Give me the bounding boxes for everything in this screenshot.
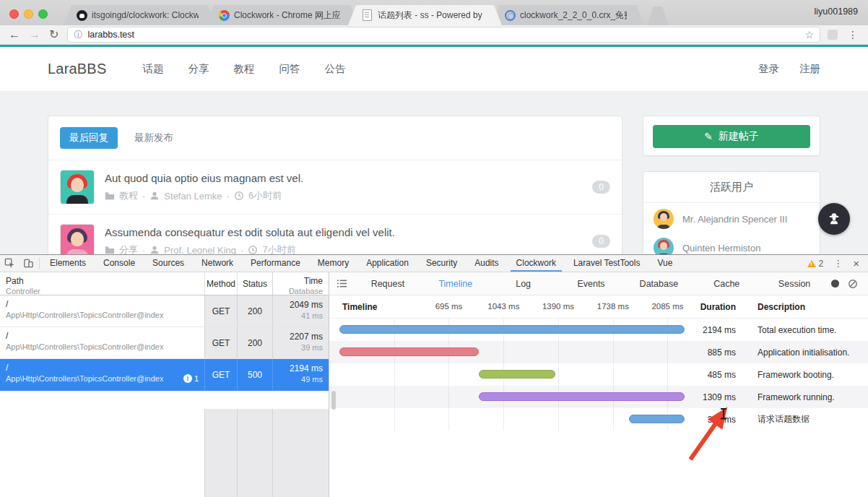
timeline-duration: 885 ms bbox=[695, 347, 736, 358]
new-post-button[interactable]: ✎ 新建帖子 bbox=[653, 125, 810, 148]
spy-fab-button[interactable] bbox=[818, 203, 850, 235]
site-logo[interactable]: LaraBBS bbox=[48, 61, 106, 77]
user-avatar[interactable] bbox=[654, 209, 674, 229]
devtools-tab[interactable]: Console bbox=[97, 255, 141, 272]
clockwork-subtab[interactable]: Cache bbox=[693, 279, 760, 289]
browser-tab[interactable]: Clockwork - Chrome 网上应用店 bbox=[206, 5, 358, 25]
back-button[interactable]: ← bbox=[9, 29, 20, 40]
timeline-row[interactable]: 485 ms Framework booting. bbox=[329, 363, 868, 386]
sidebar-toggle-icon[interactable] bbox=[329, 279, 354, 288]
devtools-tab[interactable]: Network bbox=[196, 255, 239, 272]
nav-link[interactable]: 话题 bbox=[142, 62, 163, 76]
request-time-cell: 2049 ms 41 ms bbox=[272, 295, 329, 327]
reload-button[interactable]: ↻ bbox=[49, 29, 58, 40]
devtools-tab[interactable]: Elements bbox=[44, 255, 92, 272]
address-bar[interactable]: ⓘ larabbs.test ☆ bbox=[67, 27, 820, 43]
devtools-tab[interactable]: Clockwork bbox=[511, 255, 562, 272]
topic-title[interactable]: Assumenda consequatur est odit soluta au… bbox=[105, 226, 583, 238]
topic-row[interactable]: Aut quod quia optio eius magnam est vel.… bbox=[48, 160, 622, 215]
browser-profile-name[interactable]: liyu001989 bbox=[815, 7, 858, 17]
new-tab-button[interactable] bbox=[647, 7, 669, 25]
topic-list-tabs: 最后回复 最新发布 bbox=[48, 116, 622, 160]
user-name[interactable]: Mr. Alejandrin Spencer III bbox=[682, 214, 787, 225]
request-db-time: 41 ms bbox=[279, 311, 323, 321]
clockwork-subtab[interactable]: Session bbox=[760, 279, 828, 289]
request-method: GET bbox=[204, 327, 237, 358]
request-row[interactable]: / App\Http\Controllers\TopicsController@… bbox=[0, 359, 329, 391]
scrollbar-thumb[interactable] bbox=[331, 391, 336, 410]
topic-avatar[interactable] bbox=[60, 224, 95, 254]
extension-icon[interactable] bbox=[828, 30, 838, 40]
devtools-tab[interactable]: Memory bbox=[312, 255, 355, 272]
devtools-tab[interactable]: Sources bbox=[147, 255, 190, 272]
topic-row[interactable]: Assumenda consequatur est odit soluta au… bbox=[48, 215, 622, 254]
timeline-row[interactable]: 356 ms 请求话题数据 bbox=[329, 408, 868, 431]
error-badge: !1 bbox=[179, 373, 199, 384]
devtools-tab[interactable]: Performance bbox=[245, 255, 306, 272]
record-icon[interactable] bbox=[831, 280, 839, 288]
topic-sort-tab[interactable]: 最新发布 bbox=[125, 127, 183, 149]
nav-link[interactable]: 公告 bbox=[324, 62, 345, 76]
timeline-bar bbox=[629, 415, 685, 423]
topic-author[interactable]: Stefan Lemke bbox=[164, 191, 222, 202]
timeline-row[interactable]: 1309 ms Framework running. bbox=[329, 386, 868, 408]
url-text[interactable]: larabbs.test bbox=[87, 30, 134, 40]
clockwork-subtabs: Request Timeline Log Events Database Cac… bbox=[329, 272, 868, 295]
devtools-menu-icon[interactable]: ⋮ bbox=[833, 258, 843, 269]
topic-author[interactable]: Prof. Leonel King bbox=[164, 245, 236, 255]
user-avatar[interactable] bbox=[654, 238, 674, 254]
nav-link[interactable]: 分享 bbox=[188, 62, 209, 76]
clockwork-subtab[interactable]: Timeline bbox=[422, 279, 490, 289]
timeline-row[interactable]: 2194 ms Total execution time. bbox=[329, 319, 868, 341]
topic-category[interactable]: 分享 bbox=[119, 243, 138, 254]
nav-link[interactable]: 问答 bbox=[279, 62, 300, 76]
browser-tab[interactable]: itsgoingd/clockwork: Clockwor bbox=[64, 5, 216, 25]
console-warnings[interactable]: 2 bbox=[807, 259, 824, 269]
clockwork-subtab[interactable]: Database bbox=[625, 279, 693, 289]
active-user-row[interactable]: Mr. Alejandrin Spencer III bbox=[643, 203, 820, 232]
request-controller: App\Http\Controllers\TopicsController@in… bbox=[6, 310, 163, 320]
forward-button[interactable]: → bbox=[29, 29, 40, 40]
topic-meta: 分享 · Prof. Leonel King · 7小时前 bbox=[105, 243, 583, 254]
clear-icon[interactable] bbox=[848, 279, 858, 289]
auth-link[interactable]: 注册 bbox=[799, 62, 820, 76]
topic-avatar[interactable] bbox=[60, 170, 95, 204]
browser-tab[interactable]: 话题列表 - ss - Powered by Lar bbox=[348, 5, 502, 25]
empty-path-col bbox=[0, 409, 204, 497]
devtools-close-icon[interactable]: × bbox=[853, 257, 859, 269]
topic-sort-tab[interactable]: 最后回复 bbox=[60, 127, 118, 149]
page-info-icon[interactable]: ⓘ bbox=[74, 29, 82, 41]
active-user-row[interactable]: Quinten Hermiston bbox=[643, 232, 820, 254]
request-row[interactable]: / App\Http\Controllers\TopicsController@… bbox=[0, 327, 329, 359]
devtools-tab[interactable]: Audits bbox=[469, 255, 504, 272]
devtools-tab[interactable]: Application bbox=[360, 255, 415, 272]
header-status: Status bbox=[237, 272, 272, 295]
topic-category[interactable]: 教程 bbox=[119, 189, 138, 202]
bookmark-star-icon[interactable]: ☆ bbox=[804, 29, 814, 40]
devtools-tabbar-right: 2 ⋮ × bbox=[807, 255, 868, 272]
browser-toolbar: ← → ↻ ⓘ larabbs.test ☆ ⋮ bbox=[0, 25, 868, 45]
browser-tab[interactable]: clockwork_2_2_0_0.crx_免费高 bbox=[492, 5, 644, 25]
tab-favicon-icon bbox=[219, 10, 230, 21]
devtools-tab[interactable]: Laravel TestTools bbox=[568, 255, 646, 272]
timeline-duration: 1309 ms bbox=[695, 392, 736, 402]
browser-menu-icon[interactable]: ⋮ bbox=[848, 29, 858, 40]
window-minimize-button[interactable] bbox=[24, 9, 33, 19]
devtools-tab[interactable]: Security bbox=[420, 255, 463, 272]
request-db-time: 49 ms bbox=[279, 374, 323, 384]
window-close-button[interactable] bbox=[9, 9, 19, 19]
device-toolbar-icon[interactable] bbox=[19, 255, 38, 272]
nav-link[interactable]: 教程 bbox=[233, 62, 254, 76]
devtools-tab[interactable]: Vue bbox=[651, 255, 678, 272]
clockwork-subtab[interactable]: Log bbox=[490, 279, 557, 289]
topic-title[interactable]: Aut quod quia optio eius magnam est vel. bbox=[105, 172, 583, 184]
clockwork-subtab[interactable]: Request bbox=[354, 279, 422, 289]
auth-link[interactable]: 登录 bbox=[758, 62, 779, 76]
timeline-row[interactable]: 885 ms Application initialisation. bbox=[329, 341, 868, 363]
request-row[interactable]: / App\Http\Controllers\TopicsController@… bbox=[0, 295, 329, 327]
inspect-element-icon[interactable] bbox=[0, 255, 19, 272]
tab-title: 话题列表 - ss - Powered by Lar bbox=[378, 9, 485, 22]
user-name[interactable]: Quinten Hermiston bbox=[682, 243, 760, 254]
window-zoom-button[interactable] bbox=[38, 9, 48, 19]
clockwork-subtab[interactable]: Events bbox=[557, 279, 625, 289]
